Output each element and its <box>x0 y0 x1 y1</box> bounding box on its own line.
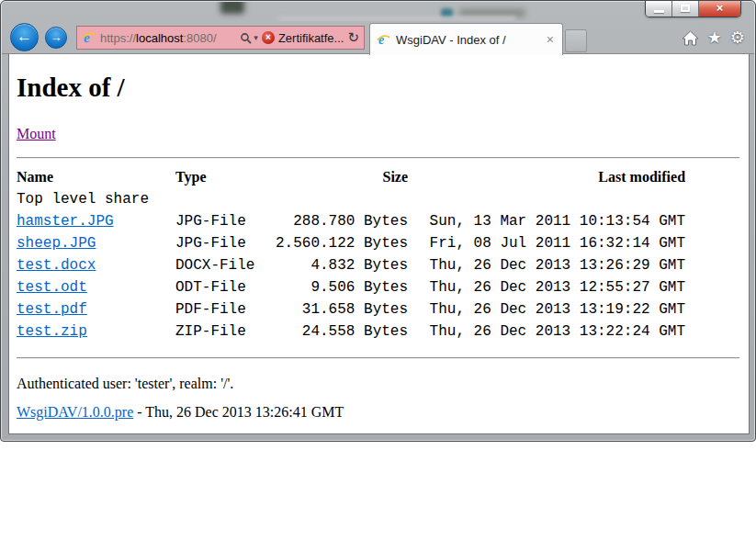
svg-text:e: e <box>378 33 384 47</box>
file-type: ZIP-File <box>175 320 276 343</box>
file-modified: Thu, 26 Dec 2013 13:22:24 GMT <box>408 320 685 343</box>
file-link[interactable]: test.pdf <box>17 301 87 318</box>
table-row: test.docx DOCX-File 4.832 Bytes Thu, 26 … <box>17 254 685 276</box>
column-header-size: Size <box>276 166 408 188</box>
url-text: https://localhost:8080/ <box>100 31 217 45</box>
server-signature-line: WsgiDAV/1.0.0.pre - Thu, 26 Dec 2013 13:… <box>17 404 739 421</box>
divider <box>17 357 739 359</box>
file-type: JPG-File <box>175 210 276 232</box>
table-row: sheep.JPG JPG-File 2.560.122 Bytes Fri, … <box>17 232 685 254</box>
file-type: ODT-File <box>175 276 276 298</box>
table-row: test.odt ODT-File 9.506 Bytes Thu, 26 De… <box>17 276 685 298</box>
home-icon <box>682 30 699 46</box>
file-link[interactable]: hamster.JPG <box>17 213 114 230</box>
favorites-star-icon[interactable]: ★ <box>707 28 722 47</box>
certificate-error-label: Zertifikatfe... <box>278 31 344 45</box>
file-table-body: Top level share hamster.JPG JPG-File 288… <box>17 188 685 343</box>
file-modified: Sun, 13 Mar 2011 10:13:54 GMT <box>408 210 685 232</box>
file-size: 31.658 Bytes <box>276 298 408 320</box>
settings-gear-icon[interactable]: ⚙ <box>730 28 745 47</box>
new-tab-button[interactable] <box>565 29 587 52</box>
column-header-name: Name <box>17 166 175 188</box>
back-button[interactable]: ← <box>10 23 39 51</box>
column-header-modified: Last modified <box>408 166 685 188</box>
file-table: Name Type Size Last modified Top level s… <box>17 166 685 343</box>
table-row: test.pdf PDF-File 31.658 Bytes Thu, 26 D… <box>17 298 685 320</box>
minimize-button[interactable] <box>646 1 672 17</box>
home-button[interactable] <box>682 30 699 46</box>
forward-button[interactable]: → <box>45 27 67 49</box>
column-header-type: Type <box>175 166 276 188</box>
minimize-icon <box>654 10 664 13</box>
titlebar[interactable] <box>2 2 754 21</box>
wsgidav-version-link[interactable]: WsgiDAV/1.0.0.pre <box>17 404 133 420</box>
page-content: Index of / Mount Name Type Size Last mod… <box>8 54 750 434</box>
mount-link[interactable]: Mount <box>17 126 56 142</box>
share-label: Top level share <box>17 188 685 210</box>
divider <box>17 157 739 159</box>
file-type: PDF-File <box>175 298 276 320</box>
svg-text:e: e <box>84 30 90 45</box>
search-icon <box>240 32 252 44</box>
toolbar: ← → e https://localhost:8080/ <box>2 21 754 54</box>
table-row: test.zip ZIP-File 24.558 Bytes Thu, 26 D… <box>17 320 685 343</box>
tab-close-icon[interactable]: × <box>545 33 556 46</box>
refresh-button[interactable]: ↻ <box>347 29 359 46</box>
address-bar[interactable]: e https://localhost:8080/ ▾ <box>76 26 365 50</box>
desktop-blur <box>220 2 244 14</box>
file-size: 4.832 Bytes <box>276 254 408 276</box>
certificate-error-button[interactable]: × Zertifikatfe... <box>262 31 344 45</box>
search-button[interactable]: ▾ <box>240 32 258 44</box>
file-modified: Thu, 26 Dec 2013 13:26:29 GMT <box>408 254 685 276</box>
tab-title: WsgiDAV - Index of / <box>396 33 539 47</box>
close-button[interactable]: × <box>699 1 740 17</box>
file-link[interactable]: test.zip <box>17 323 87 340</box>
file-size: 24.558 Bytes <box>276 320 408 343</box>
maximize-button[interactable] <box>672 1 699 17</box>
file-modified: Thu, 26 Dec 2013 13:19:22 GMT <box>408 298 685 320</box>
server-timestamp: - Thu, 26 Dec 2013 13:26:41 GMT <box>133 404 344 420</box>
file-type: DOCX-File <box>175 254 276 276</box>
screen: × ← → e https://localhost:8080/ <box>0 0 756 551</box>
file-link[interactable]: test.odt <box>17 279 87 296</box>
table-header-row: Name Type Size Last modified <box>17 166 685 188</box>
page-title: Index of / <box>17 73 739 103</box>
file-modified: Thu, 26 Dec 2013 12:55:27 GMT <box>408 276 685 298</box>
file-type: JPG-File <box>175 232 276 254</box>
ie-favicon: e <box>82 30 96 45</box>
file-size: 9.506 Bytes <box>276 276 408 298</box>
browser-action-icons: ★ ⚙ <box>682 28 745 47</box>
share-label-row: Top level share <box>17 188 685 210</box>
file-modified: Fri, 08 Jul 2011 16:32:14 GMT <box>408 232 685 254</box>
chevron-down-icon: ▾ <box>254 33 258 42</box>
file-link[interactable]: test.docx <box>17 257 96 274</box>
file-link[interactable]: sheep.JPG <box>17 235 96 252</box>
file-size: 288.780 Bytes <box>276 210 408 232</box>
tab-wsgidav[interactable]: e WsgiDAV - Index of / × <box>369 23 563 55</box>
maximize-icon <box>681 5 690 12</box>
window-controls: × <box>645 1 741 17</box>
table-row: hamster.JPG JPG-File 288.780 Bytes Sun, … <box>17 210 685 232</box>
certificate-error-icon: × <box>262 31 275 44</box>
file-size: 2.560.122 Bytes <box>276 232 408 254</box>
browser-window: × ← → e https://localhost:8080/ <box>0 0 756 442</box>
ie-favicon: e <box>377 33 390 47</box>
auth-status-line: Authenticated user: 'tester', realm: '/'… <box>17 376 739 392</box>
